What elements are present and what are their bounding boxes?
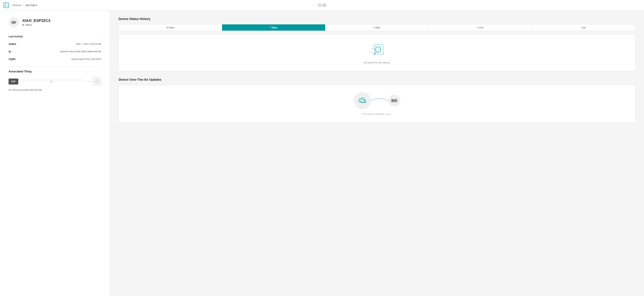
svg-rect-30 (394, 100, 396, 101)
tab-7days[interactable]: 7 days (222, 25, 325, 31)
last-activity-row: Last Activity - (8, 33, 101, 40)
svg-rect-15 (16, 22, 16, 23)
main-layout: XIAO_ESP32C3 Offline Last Activity - Add… (0, 10, 644, 296)
svg-point-3 (322, 4, 326, 7)
ota-text: OTA History available soon... (122, 113, 632, 115)
svg-line-18 (374, 52, 376, 55)
svg-point-19 (376, 48, 379, 51)
ota-visual (122, 92, 632, 109)
tab-1hour[interactable]: 1 hour (429, 25, 532, 31)
device-status: Offline (22, 24, 50, 26)
svg-point-23 (383, 53, 384, 54)
svg-point-20 (372, 48, 373, 49)
status-history-title: Device Status History (118, 17, 636, 21)
status-text: Offline (25, 24, 32, 26)
status-history-section: Device Status History 15 days 7 days 1 d… (118, 17, 636, 71)
left-panel: XIAO_ESP32C3 Offline Last Activity - Add… (0, 10, 110, 296)
svg-point-21 (372, 50, 372, 51)
search-illustration (368, 41, 386, 59)
fqbn-value: esp32:esp32:XIAO_ESP32C3 (72, 58, 101, 60)
svg-rect-13 (11, 23, 12, 23)
ota-connection-line (371, 96, 388, 105)
breadcrumb: Devices > My ESp ▾ (12, 4, 37, 7)
breadcrumb-separator: > (23, 4, 24, 7)
device-circle (388, 95, 400, 107)
added-label: Added (8, 43, 26, 45)
added-value: May 7, 2024, 5:30:35 PM (76, 43, 101, 45)
svg-point-24 (371, 52, 372, 54)
last-activity-label: Last Activity (8, 35, 26, 38)
id-row: ID 0e3ef791-b6c2-4b4b-8d9f-1386a75e679b (8, 48, 101, 55)
associated-thing-visual: ESP ⟳ → (8, 77, 101, 86)
svg-rect-9 (12, 22, 14, 23)
breadcrumb-devices-link[interactable]: Devices (12, 4, 22, 7)
svg-rect-12 (11, 22, 12, 23)
svg-rect-14 (16, 22, 16, 22)
svg-line-25 (380, 46, 382, 47)
right-panel: Device Status History 15 days 7 days 1 d… (110, 10, 644, 296)
ota-card: OTA History available soon... (118, 85, 636, 122)
header: Devices > My ESp ▾ (0, 0, 644, 10)
history-empty-card: No history for this device. (118, 34, 636, 71)
arrow-right-icon: → (85, 80, 88, 83)
connection-dashed-left: ⟳ (18, 80, 85, 83)
breadcrumb-current-device: My ESp ▾ (26, 4, 37, 7)
esp-box: ESP (8, 79, 18, 85)
last-activity-value: - (100, 35, 101, 38)
device-icon-wrap (8, 17, 19, 28)
device-name: XIAO_ESP32C3 (22, 19, 50, 23)
associated-thing-section: Associated Thing ESP ⟳ → No Thing associ… (8, 70, 101, 91)
tab-1days[interactable]: 1 days (325, 25, 429, 31)
id-label: ID (8, 50, 26, 53)
device-dropdown-button[interactable]: ▾ (36, 4, 37, 7)
ota-section: Device Over-The-Air Updates (118, 78, 636, 122)
arduino-logo (318, 3, 326, 8)
svg-rect-0 (4, 4, 8, 7)
svg-point-22 (373, 46, 374, 47)
device-info: XIAO_ESP32C3 Offline (22, 19, 50, 26)
ota-title: Device Over-The-Air Updates (118, 78, 636, 82)
status-dot (22, 24, 24, 26)
tab-15days[interactable]: 15 days (119, 25, 222, 31)
ota-device-icon (391, 99, 398, 103)
tab-live[interactable]: Live (532, 25, 635, 31)
device-board-icon (11, 20, 16, 25)
section-divider (8, 66, 101, 67)
associated-thing-title: Associated Thing (8, 70, 101, 73)
fqbn-row: FQBN esp32:esp32:XIAO_ESP32C3 (8, 55, 101, 63)
no-history-text: No history for this device. (364, 61, 390, 64)
bell-icon (95, 80, 99, 84)
svg-rect-11 (11, 22, 12, 22)
sync-icon: ⟳ (50, 80, 53, 83)
id-value: 0e3ef791-b6c2-4b4b-8d9f-1386a75e679b (60, 50, 101, 53)
device-header: XIAO_ESP32C3 Offline (8, 17, 101, 28)
svg-rect-29 (392, 100, 394, 101)
dashed-line-right (88, 81, 93, 82)
cloud-icon (358, 97, 367, 104)
sidebar-toggle-button[interactable] (4, 3, 9, 8)
no-thing-text: No Thing associated with My ESp (8, 89, 101, 91)
fqbn-label: FQBN (8, 58, 26, 61)
svg-rect-10 (14, 22, 15, 22)
time-tabs: 15 days 7 days 1 days 1 hour Live (118, 24, 636, 31)
device-info-table: Last Activity - Added May 7, 2024, 5:30:… (8, 33, 101, 63)
svg-point-17 (375, 47, 381, 52)
thing-icon-box (93, 77, 101, 86)
current-device-name: My ESp (26, 4, 35, 7)
cloud-circle (354, 92, 371, 109)
added-row: Added May 7, 2024, 5:30:35 PM (8, 40, 101, 48)
